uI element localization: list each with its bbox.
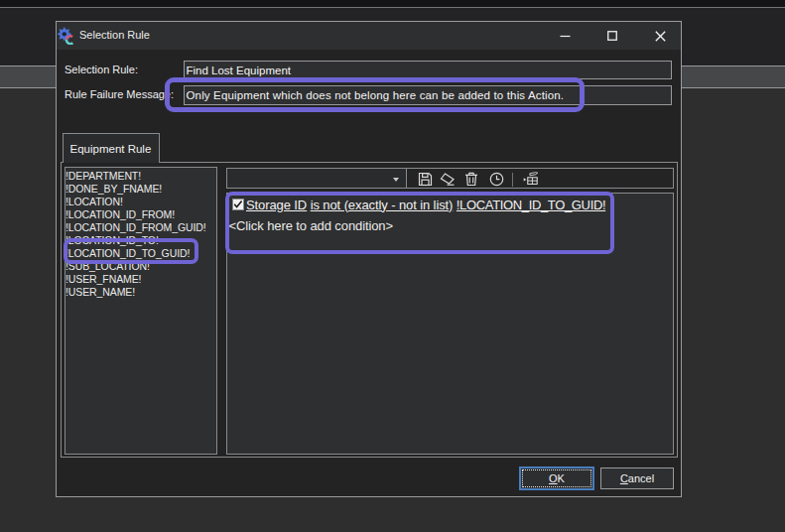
- list-item[interactable]: !LOCATION!: [65, 196, 216, 208]
- edit-grid-icon: [521, 171, 539, 188]
- clear-filter-button[interactable]: [439, 171, 457, 189]
- condition-operator-link[interactable]: is not (exactly - not in list): [311, 198, 454, 212]
- history-button[interactable]: [487, 171, 505, 189]
- edit-grid-button[interactable]: [521, 171, 539, 189]
- condition-tree: Storage ID is not (exactly - not in list…: [226, 193, 674, 455]
- save-filter-button[interactable]: [416, 171, 434, 189]
- macro-listbox[interactable]: !DEPARTMENT! !DONE_BY_FNAME! !LOCATION! …: [65, 167, 217, 455]
- list-item[interactable]: !SUB_LOCATION!: [65, 260, 216, 273]
- list-item[interactable]: !LOCATION_ID_TO!: [65, 234, 216, 247]
- checkmark-icon: [232, 199, 244, 210]
- rule-failure-message-label: Rule Failure Message:: [65, 88, 174, 100]
- ok-button-label: OK: [549, 472, 565, 484]
- condition-checkbox[interactable]: [232, 199, 244, 210]
- condition-value-link[interactable]: !LOCATION_ID_TO_GUID!: [457, 198, 605, 212]
- minimize-button[interactable]: [542, 22, 588, 50]
- selection-rule-label: Selection Rule:: [65, 64, 138, 75]
- minimize-icon: [560, 31, 571, 42]
- filter-toolbar: [226, 168, 674, 190]
- condition-row: Storage ID is not (exactly - not in list…: [232, 199, 605, 211]
- app-gears-icon: [58, 26, 76, 45]
- maximize-icon: [607, 31, 617, 41]
- desktop-top-strip: [0, 0, 785, 7]
- list-item[interactable]: !LOCATION_ID_FROM!: [65, 208, 216, 221]
- close-button[interactable]: [637, 22, 683, 50]
- window-title: Selection Rule: [79, 29, 150, 41]
- ok-button[interactable]: OK: [519, 466, 594, 490]
- titlebar[interactable]: Selection Rule: [57, 22, 681, 50]
- add-condition-link[interactable]: <Click here to add condition>: [229, 218, 394, 233]
- list-item[interactable]: !LOCATION_ID_FROM_GUID!: [65, 221, 216, 234]
- selection-rule-dialog: Selection Rule Selection Rule: Find Lost…: [56, 21, 682, 497]
- selection-rule-input[interactable]: Find Lost Equipment: [184, 61, 672, 79]
- toolbar-separator: [512, 173, 513, 187]
- filter-combobox[interactable]: [226, 168, 407, 190]
- eraser-icon: [440, 172, 456, 187]
- tab-page: !DEPARTMENT! !DONE_BY_FNAME! !LOCATION! …: [61, 162, 678, 458]
- list-item[interactable]: !LOCATION_ID_TO_GUID!: [65, 247, 216, 260]
- rule-failure-message-input[interactable]: Only Equipment which does not belong her…: [184, 85, 672, 105]
- list-item[interactable]: !USER_FNAME!: [65, 273, 216, 286]
- tab-equipment-rule[interactable]: Equipment Rule: [63, 133, 160, 163]
- maximize-button[interactable]: [589, 22, 635, 50]
- clock-icon: [489, 172, 504, 187]
- dropdown-arrow-icon: [393, 178, 399, 182]
- trash-icon: [464, 172, 478, 187]
- save-icon: [418, 172, 433, 187]
- close-icon: [655, 31, 666, 42]
- cancel-button-label: Cancel: [620, 472, 654, 484]
- delete-condition-button[interactable]: [462, 171, 480, 189]
- list-item[interactable]: !DONE_BY_FNAME!: [65, 183, 216, 196]
- condition-field-link[interactable]: Storage ID: [246, 198, 307, 212]
- list-item[interactable]: !DEPARTMENT!: [65, 170, 216, 183]
- cancel-button[interactable]: Cancel: [600, 467, 674, 489]
- list-item[interactable]: !USER_NAME!: [65, 286, 216, 299]
